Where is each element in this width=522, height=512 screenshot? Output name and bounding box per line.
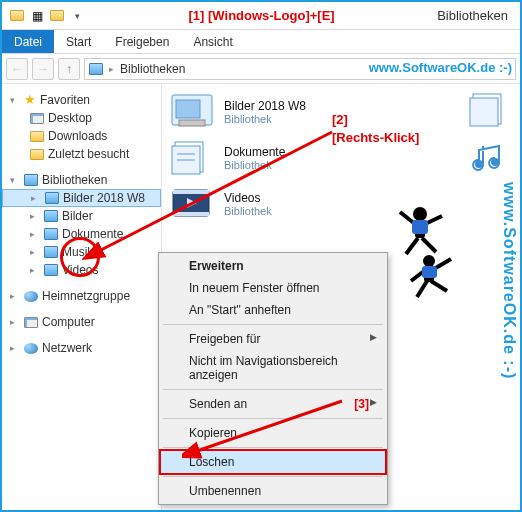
item-title: Dokumente	[224, 145, 285, 159]
menu-new-window[interactable]: In neuem Fenster öffnen	[161, 277, 385, 299]
chevron-right-icon: ▶	[370, 397, 377, 407]
svg-point-17	[413, 207, 427, 221]
context-menu: Erweitern In neuem Fenster öffnen An "St…	[158, 252, 388, 505]
navigation-tree: ▾ ★ Favoriten Desktop Downloads Zuletzt …	[2, 84, 162, 510]
svg-rect-9	[173, 212, 209, 216]
star-icon: ★	[24, 92, 36, 107]
pictures-library-icon	[168, 92, 216, 132]
expand-icon[interactable]: ▸	[30, 265, 40, 275]
menu-expand[interactable]: Erweitern	[161, 255, 385, 277]
tree-libraries[interactable]: ▾ Bibliotheken	[2, 171, 161, 189]
ribbon-tabs: Datei Start Freigeben Ansicht	[2, 30, 520, 54]
up-button[interactable]: ↑	[58, 58, 80, 80]
tree-lib-videos[interactable]: ▸Videos	[2, 261, 161, 279]
homegroup-icon	[24, 291, 38, 302]
videos-library-icon	[168, 184, 216, 224]
decorative-figure	[407, 247, 462, 302]
expand-icon[interactable]: ▸	[30, 229, 40, 239]
tree-computer[interactable]: ▸Computer	[2, 313, 161, 331]
new-folder-icon[interactable]	[48, 7, 66, 25]
menu-share[interactable]: Freigeben für▶	[161, 328, 385, 350]
music-library-icon[interactable]	[466, 138, 514, 178]
item-title: Bilder 2018 W8	[224, 99, 306, 113]
tree-label: Bibliotheken	[42, 173, 107, 187]
desktop-icon	[30, 113, 44, 124]
item-subtitle: Bibliothek	[224, 205, 272, 217]
tree-lib-dokumente[interactable]: ▸Dokumente	[2, 225, 161, 243]
expand-icon[interactable]: ▸	[31, 193, 41, 203]
tab-view[interactable]: Ansicht	[181, 30, 244, 53]
list-item[interactable]: Bilder 2018 W8Bibliothek	[168, 92, 514, 132]
tree-downloads[interactable]: Downloads	[2, 127, 161, 145]
watermark-side: www.SoftwareOK.de :-)	[500, 182, 518, 379]
annotation-3: [3]	[354, 397, 369, 411]
item-subtitle: Bibliothek	[224, 113, 306, 125]
menu-separator	[163, 418, 383, 419]
svg-point-14	[491, 158, 499, 166]
menu-separator	[163, 447, 383, 448]
list-item[interactable]: DokumenteBibliothek	[168, 138, 514, 178]
tree-label: Favoriten	[40, 93, 90, 107]
expand-icon[interactable]: ▸	[10, 317, 20, 327]
explorer-icon	[8, 7, 26, 25]
computer-icon	[24, 317, 38, 328]
svg-rect-2	[179, 120, 205, 126]
expand-icon[interactable]: ▸	[10, 291, 20, 301]
network-icon	[24, 343, 38, 354]
folder-icon	[30, 131, 44, 142]
svg-rect-30	[422, 266, 437, 278]
expand-icon[interactable]: ▸	[30, 211, 40, 221]
chevron-right-icon: ▶	[370, 332, 377, 342]
svg-rect-23	[412, 220, 428, 234]
library-icon	[45, 192, 59, 204]
menu-copy[interactable]: Kopieren	[161, 422, 385, 444]
collapse-icon[interactable]: ▾	[10, 95, 20, 105]
menu-separator	[163, 476, 383, 477]
tab-start[interactable]: Start	[54, 30, 103, 53]
svg-rect-8	[173, 190, 209, 194]
menu-rename[interactable]: Umbenennen	[161, 480, 385, 502]
library-icon	[44, 264, 58, 276]
properties-icon[interactable]: ▦	[28, 7, 46, 25]
menu-separator	[163, 324, 383, 325]
menu-hide-nav[interactable]: Nicht im Navigationsbereich anzeigen	[161, 350, 385, 386]
library-icon	[44, 228, 58, 240]
window-title: Bibliotheken	[437, 8, 514, 23]
svg-rect-1	[176, 100, 200, 118]
qat-dropdown-icon[interactable]: ▾	[68, 7, 86, 25]
collapse-icon[interactable]: ▾	[10, 175, 20, 185]
svg-line-29	[431, 281, 447, 291]
library-icon	[44, 246, 58, 258]
chevron-right-icon: ▸	[109, 64, 114, 74]
forward-button[interactable]: →	[32, 58, 54, 80]
back-button[interactable]: ←	[6, 58, 28, 80]
documents-library-icon[interactable]	[466, 90, 514, 130]
tree-network[interactable]: ▸Netzwerk	[2, 339, 161, 357]
list-item[interactable]: VideosBibliothek	[168, 184, 514, 224]
item-title: Videos	[224, 191, 272, 205]
menu-send-to[interactable]: Senden an▶[3]	[161, 393, 385, 415]
folder-icon	[30, 149, 44, 160]
tree-lib-bilder2018[interactable]: ▸Bilder 2018 W8	[2, 189, 161, 207]
svg-rect-12	[470, 98, 498, 126]
tree-homegroup[interactable]: ▸Heimnetzgruppe	[2, 287, 161, 305]
menu-separator	[163, 389, 383, 390]
library-icon	[44, 210, 58, 222]
tree-lib-musik[interactable]: ▸Musik	[2, 243, 161, 261]
tab-file[interactable]: Datei	[2, 30, 54, 53]
expand-icon[interactable]: ▸	[10, 343, 20, 353]
documents-library-icon	[168, 138, 216, 178]
watermark-top: www.SoftwareOK.de :-)	[369, 60, 512, 75]
tab-share[interactable]: Freigeben	[103, 30, 181, 53]
menu-delete[interactable]: Löschen	[161, 451, 385, 473]
titlebar: ▦ ▾ [1] [Windows-Logo]+[E] Bibliotheken	[2, 2, 520, 30]
breadcrumb-root[interactable]: Bibliotheken	[120, 62, 185, 76]
menu-pin-start[interactable]: An "Start" anheften	[161, 299, 385, 321]
expand-icon[interactable]: ▸	[30, 247, 40, 257]
tree-desktop[interactable]: Desktop	[2, 109, 161, 127]
library-icon	[24, 174, 38, 186]
tree-lib-bilder[interactable]: ▸Bilder	[2, 207, 161, 225]
svg-point-13	[475, 160, 483, 168]
tree-recent[interactable]: Zuletzt besucht	[2, 145, 161, 163]
tree-favorites[interactable]: ▾ ★ Favoriten	[2, 90, 161, 109]
